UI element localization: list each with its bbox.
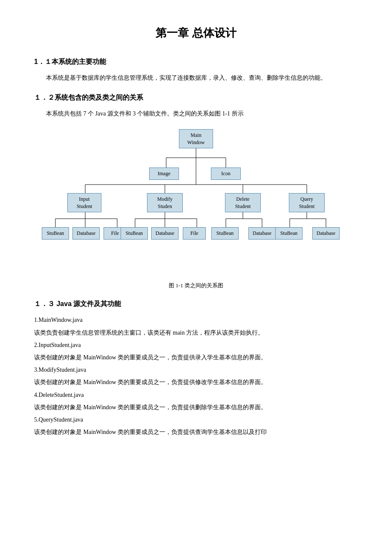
section-heading-1-2: １．２系统包含的类及类之间的关系 [34, 93, 358, 102]
item-4-desc: 该类创建的对象是 MainWindow 类的重要成员之一，负责提供删除学生基本信… [34, 402, 358, 413]
node-main-window: MainWindow [179, 129, 213, 148]
node-database-2: Database [151, 227, 179, 239]
node-database-1: Database [72, 227, 100, 239]
list-item-4: 4.DeleteStudent.java 该类创建的对象是 MainWindow… [34, 390, 358, 413]
section-heading-1-3: １．３ Java 源文件及其功能 [34, 300, 358, 309]
section-1-2-text: 本系统共包括 7 个 Java 源文件和 3 个辅助文件。类之间的关系如图 1-… [34, 108, 358, 119]
item-5-label: 5.QueryStudent.java [34, 414, 358, 425]
item-2-desc: 该类创建的对象是 MainWindow 类的重要成员之一，负责提供录入学生基本信… [34, 352, 358, 363]
section-1-1-text: 本系统是基于数据库的学生信息管理系统，实现了连接数据库，录入、修改、查询、删除学… [34, 72, 358, 83]
node-file-2: File [183, 227, 206, 239]
class-diagram: MainWindow Image Icon InputStudent Modif… [34, 126, 358, 279]
node-stubean-1: StuBean [42, 227, 69, 239]
node-query-student: QueryStudent [289, 193, 325, 212]
list-item-5: 5.QueryStudent.java 该类创建的对象是 MainWindow … [34, 414, 358, 437]
section-heading-1-1: 1．１本系统的主要功能 [34, 58, 358, 66]
item-1-desc: 该类负责创建学生信息管理系统的主窗口，该类还有 main 方法，程序从该类开始执… [34, 327, 358, 338]
item-5-desc: 该类创建的对象是 MainWindow 类的重要成员之一，负责提供查询学生基本信… [34, 427, 358, 437]
node-stubean-3: StuBean [211, 227, 239, 239]
list-item-1: 1.MainWindow.java 该类负责创建学生信息管理系统的主窗口，该类还… [34, 315, 358, 338]
page-title: 第一章 总体设计 [34, 26, 358, 40]
item-2-label: 2.InputStudent.java [34, 340, 358, 350]
node-image: Image [149, 168, 179, 179]
section-1-2: １．２系统包含的类及类之间的关系 本系统共包括 7 个 Java 源文件和 3 … [34, 93, 358, 289]
item-1-label: 1.MainWindow.java [34, 315, 358, 325]
list-item-3: 3.ModifyStudent.java 该类创建的对象是 MainWindow… [34, 364, 358, 387]
node-stubean-4: StuBean [275, 227, 303, 239]
list-item-2: 2.InputStudent.java 该类创建的对象是 MainWindow … [34, 340, 358, 363]
node-database-4: Database [312, 227, 340, 239]
section-1-1: 1．１本系统的主要功能 本系统是基于数据库的学生信息管理系统，实现了连接数据库，… [34, 58, 358, 83]
node-icon: Icon [211, 168, 241, 179]
node-modify-student: ModifyStuden [147, 193, 183, 212]
node-stubean-2: StuBean [121, 227, 148, 239]
item-3-desc: 该类创建的对象是 MainWindow 类的重要成员之一，负责提供修改学生基本信… [34, 377, 358, 387]
diagram-caption: 图 1-1 类之间的关系图 [34, 282, 358, 289]
node-delete-student: DeleteStudent [225, 193, 261, 212]
section-1-3: １．３ Java 源文件及其功能 1.MainWindow.java 该类负责创… [34, 300, 358, 437]
node-input-student: InputStudent [67, 193, 101, 212]
item-4-label: 4.DeleteStudent.java [34, 390, 358, 400]
node-database-3: Database [248, 227, 276, 239]
item-3-label: 3.ModifyStudent.java [34, 364, 358, 375]
